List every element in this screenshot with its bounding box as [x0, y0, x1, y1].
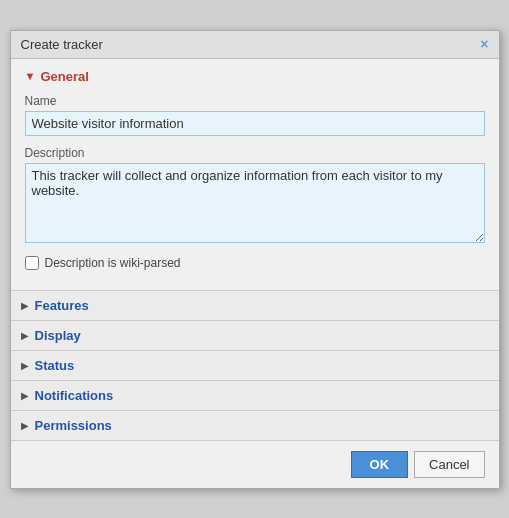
- notifications-section: ▶ Notifications: [11, 380, 499, 410]
- status-label: Status: [35, 358, 75, 373]
- ok-button[interactable]: OK: [351, 451, 409, 478]
- permissions-header[interactable]: ▶ Permissions: [11, 411, 499, 440]
- display-header[interactable]: ▶ Display: [11, 321, 499, 350]
- description-textarea[interactable]: This tracker will collect and organize i…: [25, 163, 485, 243]
- description-field-group: Description This tracker will collect an…: [25, 146, 485, 246]
- dialog-body: ▼ General Name Description This tracker …: [11, 59, 499, 290]
- cancel-button[interactable]: Cancel: [414, 451, 484, 478]
- notifications-label: Notifications: [35, 388, 114, 403]
- display-section: ▶ Display: [11, 320, 499, 350]
- dialog-title: Create tracker: [21, 37, 103, 52]
- name-field-group: Name: [25, 94, 485, 136]
- general-section-header: ▼ General: [25, 69, 485, 84]
- description-label: Description: [25, 146, 485, 160]
- status-section: ▶ Status: [11, 350, 499, 380]
- features-header[interactable]: ▶ Features: [11, 291, 499, 320]
- collapsible-sections: ▶ Features ▶ Display ▶ Status ▶ Notifica…: [11, 290, 499, 440]
- create-tracker-dialog: Create tracker × ▼ General Name Descript…: [10, 30, 500, 489]
- features-section: ▶ Features: [11, 290, 499, 320]
- wiki-parsed-row: Description is wiki-parsed: [25, 256, 485, 270]
- status-arrow-icon: ▶: [21, 360, 29, 371]
- permissions-label: Permissions: [35, 418, 112, 433]
- status-header[interactable]: ▶ Status: [11, 351, 499, 380]
- general-section-title: General: [40, 69, 88, 84]
- permissions-arrow-icon: ▶: [21, 420, 29, 431]
- general-toggle-icon[interactable]: ▼: [25, 70, 36, 82]
- wiki-parsed-checkbox[interactable]: [25, 256, 39, 270]
- permissions-section: ▶ Permissions: [11, 410, 499, 440]
- features-label: Features: [35, 298, 89, 313]
- display-label: Display: [35, 328, 81, 343]
- notifications-arrow-icon: ▶: [21, 390, 29, 401]
- wiki-parsed-label: Description is wiki-parsed: [45, 256, 181, 270]
- name-input[interactable]: [25, 111, 485, 136]
- close-button[interactable]: ×: [480, 37, 488, 51]
- dialog-footer: OK Cancel: [11, 440, 499, 488]
- display-arrow-icon: ▶: [21, 330, 29, 341]
- name-label: Name: [25, 94, 485, 108]
- dialog-titlebar: Create tracker ×: [11, 31, 499, 59]
- features-arrow-icon: ▶: [21, 300, 29, 311]
- notifications-header[interactable]: ▶ Notifications: [11, 381, 499, 410]
